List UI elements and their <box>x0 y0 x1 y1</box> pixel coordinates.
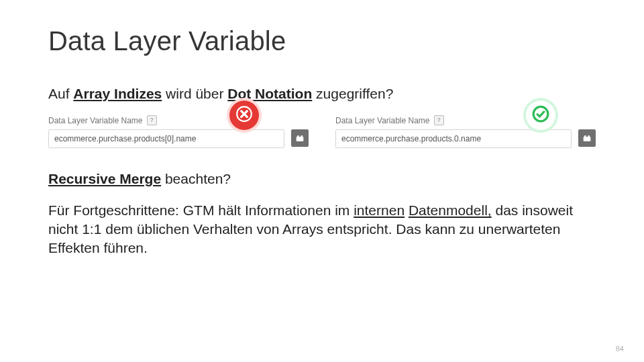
example-wrong: Data Layer Variable Name ? ecommerce.pur… <box>48 115 309 148</box>
input-wrap-wrong: ecommerce.purchase.products[0].name <box>48 129 309 148</box>
brick-icon <box>582 133 592 143</box>
lead-sentence: Auf Array Indizes wird über Dot Notation… <box>48 84 596 103</box>
input-wrap-right: ecommerce.purchase.products.0.name <box>335 129 596 148</box>
subheading: Recursive Merge beachten? <box>48 171 596 187</box>
svg-rect-7 <box>584 137 591 141</box>
field-label-text: Data Layer Variable Name <box>335 116 430 125</box>
help-icon[interactable]: ? <box>434 115 444 125</box>
lead-post: zugegriffen? <box>312 86 393 101</box>
field-label-wrong: Data Layer Variable Name ? <box>48 115 309 125</box>
svg-rect-4 <box>297 135 299 137</box>
paragraph: Für Fortgeschrittene: GTM hält Informati… <box>48 201 596 257</box>
right-badge <box>526 101 555 130</box>
example-right: Data Layer Variable Name ? ecommerce.pur… <box>335 115 596 148</box>
brick-icon <box>294 133 305 143</box>
variable-name-input-right[interactable]: ecommerce.purchase.products.0.name <box>335 129 572 148</box>
lead-mid: wird über <box>162 86 227 101</box>
variable-picker-button[interactable] <box>291 129 309 147</box>
subheading-underline: Recursive Merge <box>48 171 161 186</box>
para-link-1[interactable]: internen <box>354 202 405 218</box>
cross-icon <box>235 105 253 125</box>
para-part-1: Für Fortgeschrittene: GTM hält Informati… <box>48 202 354 218</box>
help-icon[interactable]: ? <box>147 115 157 125</box>
subheading-rest: beachten? <box>161 171 231 186</box>
lead-pre: Auf <box>48 86 73 101</box>
svg-rect-5 <box>301 135 303 137</box>
wrong-badge <box>229 101 259 130</box>
lead-underline-1: Array Indizes <box>73 86 162 101</box>
check-icon <box>532 105 549 125</box>
slide: Data Layer Variable Auf Array Indizes wi… <box>0 0 644 362</box>
svg-rect-8 <box>584 135 586 137</box>
examples-row: Data Layer Variable Name ? ecommerce.pur… <box>48 115 596 148</box>
page-number: 84 <box>616 345 624 353</box>
lead-underline-2: Dot Notation <box>227 86 312 101</box>
para-link-2[interactable]: Datenmodell, <box>409 202 492 218</box>
variable-name-input-wrong[interactable]: ecommerce.purchase.products[0].name <box>48 129 284 148</box>
variable-picker-button[interactable] <box>578 129 596 147</box>
svg-rect-3 <box>297 137 304 141</box>
slide-title: Data Layer Variable <box>48 25 596 56</box>
field-label-right: Data Layer Variable Name ? <box>335 115 596 125</box>
field-label-text: Data Layer Variable Name <box>48 116 143 125</box>
svg-rect-9 <box>588 135 590 137</box>
